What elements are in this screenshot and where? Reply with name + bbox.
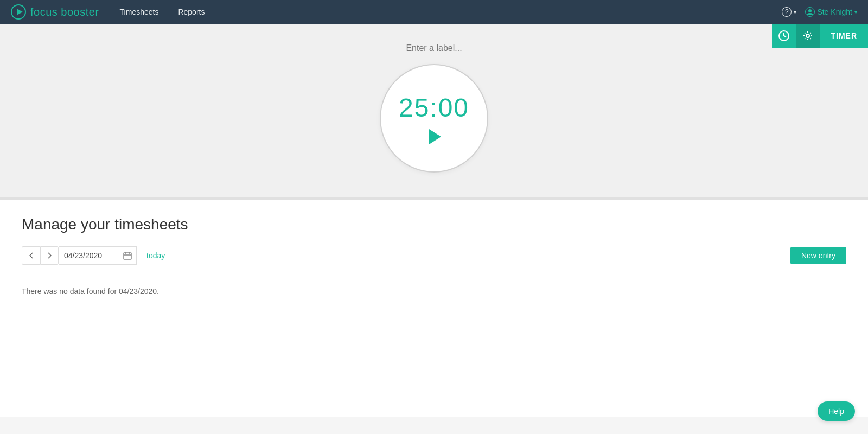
navbar-right: ? ▾ Ste Knight ▾ bbox=[782, 7, 857, 17]
timesheets-section: Manage your timesheets today New entry T… bbox=[0, 200, 868, 417]
date-controls: today New entry bbox=[22, 246, 846, 265]
no-data-message: There was no data found for 04/23/2020. bbox=[22, 287, 846, 296]
user-menu[interactable]: Ste Knight ▾ bbox=[805, 7, 857, 17]
timer-label-input[interactable] bbox=[326, 43, 542, 53]
svg-point-2 bbox=[808, 9, 812, 12]
section-title: Manage your timesheets bbox=[22, 216, 846, 233]
user-avatar-icon bbox=[805, 7, 815, 17]
new-entry-button[interactable]: New entry bbox=[790, 247, 846, 264]
play-icon bbox=[429, 129, 441, 144]
timer-settings-button[interactable] bbox=[796, 24, 820, 48]
timer-display: 25:00 bbox=[399, 93, 469, 123]
date-next-button[interactable] bbox=[40, 246, 59, 265]
date-input[interactable] bbox=[59, 246, 118, 265]
user-icon bbox=[806, 8, 814, 16]
timer-bar: TIMER bbox=[772, 24, 868, 48]
calendar-icon bbox=[123, 251, 132, 260]
timesheets-divider bbox=[22, 276, 846, 276]
brand-name: focus booster bbox=[30, 6, 99, 18]
gear-icon bbox=[802, 30, 813, 41]
user-dropdown-icon: ▾ bbox=[854, 9, 857, 15]
help-dropdown-icon: ▾ bbox=[794, 9, 796, 15]
chevron-right-icon bbox=[47, 252, 52, 259]
svg-rect-7 bbox=[124, 253, 131, 259]
nav-links: Timesheets Reports bbox=[116, 5, 782, 18]
nav-timesheets[interactable]: Timesheets bbox=[116, 5, 163, 18]
navbar: focus booster Timesheets Reports ? ▾ Ste… bbox=[0, 0, 868, 24]
nav-reports[interactable]: Reports bbox=[174, 5, 209, 18]
timer-clock-button[interactable] bbox=[772, 24, 796, 48]
svg-point-6 bbox=[806, 34, 809, 37]
timer-section: 25:00 bbox=[0, 24, 868, 197]
timer-mode-button[interactable]: TIMER bbox=[820, 24, 868, 48]
timer-circle: 25:00 bbox=[380, 64, 488, 173]
brand-logo-icon bbox=[11, 4, 26, 20]
timer-play-button[interactable] bbox=[427, 129, 441, 144]
svg-marker-1 bbox=[17, 9, 23, 15]
calendar-button[interactable] bbox=[118, 246, 137, 265]
help-button[interactable]: ? ▾ bbox=[782, 7, 796, 17]
help-float-button[interactable]: Help bbox=[818, 401, 855, 421]
brand[interactable]: focus booster bbox=[11, 4, 99, 20]
today-button[interactable]: today bbox=[142, 249, 169, 262]
user-name: Ste Knight bbox=[817, 8, 852, 16]
clock-icon bbox=[778, 30, 790, 42]
chevron-left-icon bbox=[29, 252, 34, 259]
help-circle-icon: ? bbox=[782, 7, 792, 17]
svg-line-5 bbox=[784, 36, 786, 37]
date-prev-button[interactable] bbox=[22, 246, 40, 265]
